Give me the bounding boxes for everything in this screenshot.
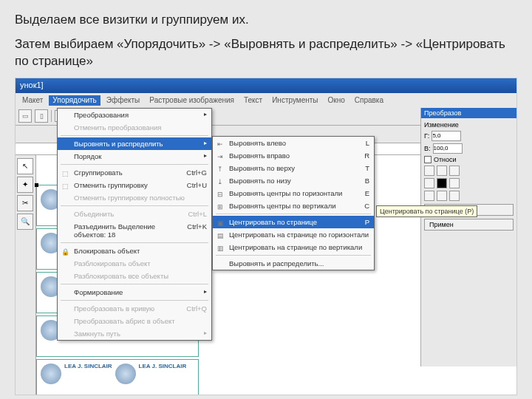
mi-group[interactable]: ⬚СгруппироватьCtrl+G bbox=[58, 166, 211, 179]
anchor-cell[interactable] bbox=[449, 178, 460, 188]
selection-handle[interactable] bbox=[35, 183, 38, 187]
menu-separator bbox=[61, 135, 208, 136]
menu-help[interactable]: Справка bbox=[351, 95, 387, 106]
menu-bitmap[interactable]: Растровые изображения bbox=[146, 95, 238, 106]
menu-separator bbox=[61, 205, 208, 206]
docker-header: Преобразов bbox=[421, 108, 516, 118]
mi-ungroup-all: Отменить группировку полностью bbox=[58, 191, 211, 204]
card-logo bbox=[115, 364, 136, 384]
instruction-line2: Затем выбираем «Упорядочить» -> «Выровня… bbox=[15, 36, 517, 70]
align-left-icon: ⇤ bbox=[215, 139, 225, 149]
mi-unlock-all: Разблокировать все объекты bbox=[58, 270, 211, 282]
mi-ungroup[interactable]: ⬚Отменить группировкуCtrl+U bbox=[58, 179, 211, 191]
mi-lock[interactable]: 🔒Блокировать объект bbox=[58, 245, 211, 257]
mi-order[interactable]: Порядок▸ bbox=[58, 150, 211, 163]
instruction-line1: Выделаем все визитки и группируем их. bbox=[15, 12, 517, 29]
card-logo bbox=[41, 364, 61, 384]
title-bar: унок1] bbox=[16, 78, 516, 93]
anchor-cell[interactable] bbox=[449, 191, 460, 201]
menu-text[interactable]: Текст bbox=[240, 95, 266, 106]
mi-unlock: Разблокировать объект bbox=[58, 257, 211, 270]
apply-dup-button[interactable]: Примен bbox=[424, 219, 514, 231]
mi-align-center-v[interactable]: ⊞Выровнять центры по вертикалиC bbox=[213, 200, 374, 212]
anchor-cell[interactable] bbox=[437, 166, 447, 176]
app-window: унок1] Макет Упорядочить Эффекты Растров… bbox=[15, 78, 517, 395]
anchor-cell[interactable] bbox=[424, 166, 434, 176]
mi-transforms[interactable]: Преобразования▸ bbox=[58, 109, 211, 121]
business-card[interactable]: LEA J. SINCLAIR LEA J. SINCLAIR bbox=[36, 359, 199, 395]
anchor-cell[interactable] bbox=[424, 191, 434, 201]
menu-arrange[interactable]: Упорядочить bbox=[49, 95, 100, 106]
shape-tool[interactable]: ✦ bbox=[17, 177, 33, 193]
menu-separator bbox=[61, 300, 208, 301]
group-icon: ⬚ bbox=[60, 168, 70, 179]
mi-combine: ОбъединитьCtrl+L bbox=[58, 208, 211, 220]
input-h[interactable] bbox=[432, 131, 461, 141]
tb-btn[interactable]: ▭ bbox=[18, 109, 32, 123]
input-v[interactable] bbox=[433, 143, 463, 154]
menu-separator bbox=[61, 242, 208, 243]
arrange-menu[interactable]: Преобразования▸ Отменить преобразования … bbox=[57, 108, 212, 341]
label-relative: Относи bbox=[434, 156, 457, 163]
align-submenu[interactable]: ⇤Выровнять влевоL ⇥Выровнять вправоR ⤒Вы… bbox=[212, 136, 375, 270]
anchor-cell[interactable] bbox=[437, 191, 447, 201]
menu-separator bbox=[61, 164, 208, 165]
menu-bar[interactable]: Макет Упорядочить Эффекты Растровые изоб… bbox=[16, 93, 516, 108]
crop-tool[interactable]: ✂ bbox=[17, 195, 33, 211]
mi-close-path: Замкнуть путь▸ bbox=[58, 327, 211, 340]
center-page-h-icon: ▤ bbox=[215, 231, 225, 241]
center-page-v-icon: ▥ bbox=[215, 243, 225, 253]
label-h: Г: bbox=[424, 132, 429, 140]
align-bottom-icon: ⤓ bbox=[215, 177, 225, 187]
menu-separator bbox=[216, 214, 371, 214]
mi-align-distribute[interactable]: Выровнять и распределить▸ bbox=[58, 137, 211, 150]
docker-label: Изменение bbox=[424, 121, 459, 129]
center-page-icon: ▣ bbox=[215, 218, 225, 228]
mi-align-top[interactable]: ⤒Выровнять по верхуT bbox=[213, 162, 374, 174]
mi-align-dialog[interactable]: Выровнять и распределить... bbox=[213, 257, 374, 270]
menu-separator bbox=[61, 284, 208, 284]
menu-layout[interactable]: Макет bbox=[18, 95, 47, 106]
tooltip: Центрировать по странице (P) bbox=[376, 205, 477, 217]
menu-effects[interactable]: Эффекты bbox=[103, 95, 143, 106]
lock-icon: 🔒 bbox=[60, 247, 70, 257]
mi-align-right[interactable]: ⇥Выровнять вправоR bbox=[213, 149, 374, 162]
card-name: LEA J. SINCLAIR bbox=[64, 363, 112, 369]
menu-tools[interactable]: Инструменты bbox=[268, 95, 321, 106]
separator bbox=[51, 110, 52, 122]
tb-btn[interactable]: ▯ bbox=[35, 109, 48, 123]
menu-window[interactable]: Окно bbox=[324, 95, 349, 106]
anchor-cell[interactable] bbox=[424, 178, 434, 188]
mi-shaping[interactable]: Формирование▸ bbox=[58, 286, 211, 299]
anchor-cell[interactable] bbox=[437, 178, 447, 188]
card-name: LEA J. SINCLAIR bbox=[139, 363, 187, 369]
checkbox-relative[interactable] bbox=[424, 156, 432, 163]
center-v-icon: ⊞ bbox=[215, 202, 225, 212]
label-v: В: bbox=[424, 145, 431, 152]
menu-separator bbox=[216, 255, 371, 256]
anchor-cell[interactable] bbox=[449, 166, 460, 176]
transform-docker[interactable]: Преобразов Изменение Г: В: Относи Приме … bbox=[420, 108, 516, 366]
mi-align-left[interactable]: ⇤Выровнять влевоL bbox=[213, 137, 374, 149]
mi-center-page-h[interactable]: ▤Центрировать на странице по горизонтали bbox=[213, 228, 374, 241]
mi-center-page[interactable]: ▣Центрировать по страницеP bbox=[213, 216, 374, 228]
mi-align-center-h[interactable]: ⊟Выровнять центры по горизонталиE bbox=[213, 187, 374, 200]
ungroup-icon: ⬚ bbox=[60, 181, 70, 191]
toolbox: ↖ ✦ ✂ 🔍 bbox=[16, 155, 36, 395]
zoom-tool[interactable]: 🔍 bbox=[17, 214, 33, 230]
mi-align-bottom[interactable]: ⤓Выровнять по низуB bbox=[213, 174, 374, 187]
mi-outline-object: Преобразовать абрис в объект bbox=[58, 315, 211, 327]
align-top-icon: ⤒ bbox=[215, 164, 225, 174]
mi-break-apart[interactable]: Разъединить Выделение объектов: 18Ctrl+K bbox=[58, 220, 211, 241]
docker-row: Изменение bbox=[424, 121, 514, 129]
anchor-grid[interactable] bbox=[424, 166, 514, 176]
align-right-icon: ⇥ bbox=[215, 151, 225, 162]
center-h-icon: ⊟ bbox=[215, 189, 225, 200]
mi-clear-transforms: Отменить преобразования bbox=[58, 121, 211, 134]
mi-convert-curve: Преобразовать в кривуюCtrl+Q bbox=[58, 302, 211, 315]
mi-center-page-v[interactable]: ▥Центрировать на странице по вертикали bbox=[213, 241, 374, 253]
pick-tool[interactable]: ↖ bbox=[17, 158, 33, 174]
